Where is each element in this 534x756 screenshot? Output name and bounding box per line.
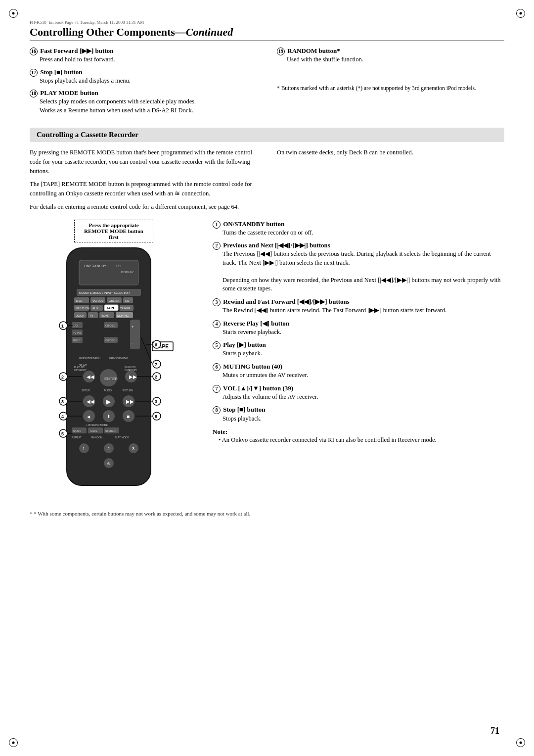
page-title-prefix: Controlling Other Components <box>30 26 175 38</box>
cassette-item-7: 7 VOL [▲]/[▼] button (39) Adjusts the vo… <box>213 384 504 402</box>
num-18: 18 <box>30 90 38 97</box>
item-19-label: 19 RANDOM button* <box>277 47 504 55</box>
intro-left-text2: The [TAPE] REMOTE MODE button is preprog… <box>30 180 257 198</box>
note-body: • An Onkyo cassette recorder connected v… <box>219 436 504 445</box>
item-19-body: Used with the shuffle function. <box>287 55 504 64</box>
top-left-col: 16 Fast Forward [▶▶] button Press and ho… <box>30 47 257 119</box>
intro-right: On twin cassette decks, only Deck B can … <box>277 148 504 216</box>
svg-text:CH/DISC +: CH/DISC + <box>105 324 118 327</box>
page-container: HT-R518_En.book Page 71 Tuesday, March 1… <box>0 0 534 756</box>
svg-text:+: + <box>132 325 134 330</box>
svg-text:CATEGORY: CATEGORY <box>74 369 87 372</box>
svg-text:REMOTE MODE / INPUT SELECTOR: REMOTE MODE / INPUT SELECTOR <box>79 291 130 294</box>
svg-text:3: 3 <box>132 446 134 451</box>
item-16-body: Press and hold to fast forward. <box>40 55 257 64</box>
svg-text:DISPLAY: DISPLAY <box>121 271 134 274</box>
cassette-item-6: 6 MUTING button (40) Mutes or unmutes th… <box>213 362 504 380</box>
cassette-item-1: 1 ON/STANDBY button Turns the cassette r… <box>213 220 504 237</box>
right-items-list: 1 ON/STANDBY button Turns the cassette r… <box>213 220 504 445</box>
svg-text:7: 7 <box>155 362 157 367</box>
top-right-col: 19 RANDOM button* Used with the shuffle … <box>277 47 504 119</box>
cassette-num-4: 4 <box>213 320 221 328</box>
page-header: HT-R518_En.book Page 71 Tuesday, March 1… <box>30 20 504 41</box>
svg-text:1: 1 <box>61 324 64 329</box>
svg-text:5: 5 <box>61 431 64 436</box>
remote-svg: ON/STANDBY 1/0 DISPLAY REMOTE MODE / INP… <box>30 245 198 503</box>
remote-illustration: ON/STANDBY 1/0 DISPLAY REMOTE MODE / INP… <box>40 245 188 503</box>
svg-text:AUX: AUX <box>92 307 98 310</box>
num-19: 19 <box>277 47 285 55</box>
svg-text:1/O: 1/O <box>73 324 78 327</box>
top-footnote: * Buttons marked with an asterisk (*) ar… <box>277 84 504 92</box>
svg-text:STEREO: STEREO <box>105 429 116 432</box>
svg-text:GUIDE/TOP MENU: GUIDE/TOP MENU <box>79 357 101 360</box>
svg-text:PLAY MODE: PLAY MODE <box>115 436 129 439</box>
svg-text:PLAYLIST/: PLAYLIST/ <box>74 366 86 369</box>
cassette-num-6: 6 <box>213 363 221 371</box>
svg-text:⏸: ⏸ <box>107 414 112 419</box>
svg-text:CBL/SAT: CBL/SAT <box>109 299 121 302</box>
svg-text:INPUT: INPUT <box>73 339 81 342</box>
callout-text: Press the appropriate REMOTE MODE button… <box>84 222 143 240</box>
svg-text:▶▶: ▶▶ <box>129 374 137 379</box>
svg-text:AUDIO: AUDIO <box>104 389 112 392</box>
svg-text:TAPE: TAPE <box>106 306 115 310</box>
svg-text:RANDOM: RANDOM <box>91 436 102 439</box>
svg-text:3: 3 <box>155 399 157 404</box>
item-17: 17 Stop [■] button Stops playback and di… <box>30 68 257 86</box>
svg-text:6: 6 <box>107 461 110 466</box>
svg-text:LISTENING MODE: LISTENING MODE <box>87 424 108 426</box>
cassette-num-2: 2 <box>213 242 221 250</box>
item-17-body: Stops playback and displays a menu. <box>40 77 257 86</box>
note-section: Note: • An Onkyo cassette recorder conne… <box>213 428 504 445</box>
page-number: 71 <box>490 726 499 736</box>
cassette-item-4: 4 Reverse Play [◀] button Starts reverse… <box>213 319 504 337</box>
cassette-num-1: 1 <box>213 221 221 229</box>
svg-text:TV VOL: TV VOL <box>73 331 82 334</box>
item-18-body: Selects play modes on components with se… <box>40 97 257 115</box>
svg-text:RETURN: RETURN <box>123 389 133 392</box>
item-18-label: 18 PLAY MODE button <box>30 89 257 97</box>
svg-text:4: 4 <box>61 414 64 419</box>
callout-box: Press the appropriate REMOTE MODE button… <box>74 220 153 242</box>
item-16: 16 Fast Forward [▶▶] button Press and ho… <box>30 47 257 64</box>
item-16-label: 16 Fast Forward [▶▶] button <box>30 47 257 55</box>
svg-text:ON/STANDBY: ON/STANDBY <box>84 264 106 268</box>
num-16: 16 <box>30 47 38 55</box>
page-title: Controlling Other Components—Continued <box>30 26 504 39</box>
cassette-item-3: 3 Rewind and Fast Forward [◀◀]/[▶▶] butt… <box>213 297 504 315</box>
svg-text:DVD: DVD <box>76 299 83 302</box>
svg-text:8: 8 <box>155 414 157 419</box>
num-17: 17 <box>30 69 38 77</box>
svg-text:MULTI CH: MULTI CH <box>76 307 89 310</box>
svg-text:1/0: 1/0 <box>116 264 121 268</box>
corner-mark-tl <box>9 9 18 18</box>
svg-text:PREV CH/MENU: PREV CH/MENU <box>109 357 128 360</box>
svg-text:3: 3 <box>61 399 64 404</box>
file-info: HT-R518_En.book Page 71 Tuesday, March 1… <box>30 20 504 25</box>
item-19: 19 RANDOM button* Used with the shuffle … <box>277 47 504 64</box>
svg-text:VCR/DV: VCR/DV <box>92 299 104 302</box>
intro-left: By pressing the REMOTE MODE button that'… <box>30 148 257 216</box>
item-18: 18 PLAY MODE button Selects play modes o… <box>30 89 257 115</box>
svg-text:PLAYLIST/: PLAYLIST/ <box>125 366 136 369</box>
cassette-num-3: 3 <box>213 298 221 306</box>
main-section: Press the appropriate REMOTE MODE button… <box>30 220 504 503</box>
intro-left-text3: For details on entering a remote control… <box>30 202 257 212</box>
svg-text:CH/DISC -: CH/DISC - <box>105 339 117 342</box>
note-title: Note: <box>213 428 504 436</box>
svg-text:◀◀: ◀◀ <box>87 374 94 379</box>
cassette-num-7: 7 <box>213 385 221 393</box>
svg-text:RCVR: RCVR <box>101 314 110 317</box>
cassette-num-8: 8 <box>213 406 221 414</box>
svg-text:2: 2 <box>61 375 64 379</box>
cassette-item-5: 5 Play [▶] button Starts playback. <box>213 340 504 358</box>
item-17-label: 17 Stop [■] button <box>30 68 257 77</box>
svg-text:MUTING: MUTING <box>117 314 129 317</box>
intro-right-text: On twin cassette decks, only Deck B can … <box>277 148 504 157</box>
cassette-item-2: 2 Previous and Next [|◀◀]/[▶▶|] buttons … <box>213 241 504 293</box>
svg-text:■: ■ <box>127 414 130 419</box>
svg-text:2: 2 <box>155 375 157 379</box>
section-intro: By pressing the REMOTE MODE button that'… <box>30 148 504 216</box>
svg-text:GAME: GAME <box>90 429 97 432</box>
